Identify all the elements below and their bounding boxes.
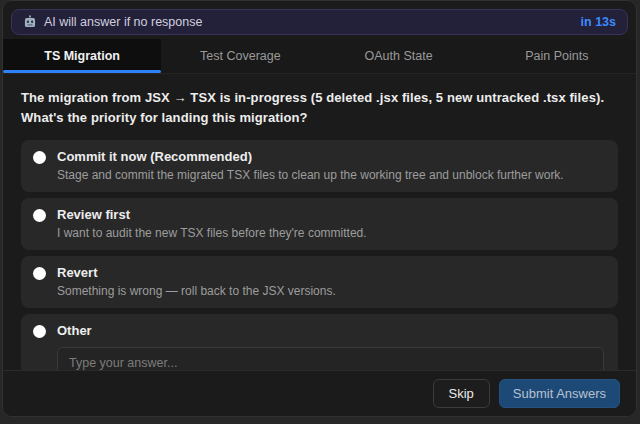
option-label: Revert [57, 265, 604, 280]
skip-button[interactable]: Skip [433, 379, 490, 408]
option-description: I want to audit the new TSX files before… [57, 226, 604, 240]
footer-bar: Skip Submit Answers [3, 370, 636, 416]
radio-button[interactable] [33, 209, 46, 222]
option-body: Commit it now (Recommended) Stage and co… [57, 149, 604, 182]
radio-button[interactable] [33, 267, 46, 280]
option-label: Other [57, 323, 604, 338]
radio-button[interactable] [33, 151, 46, 164]
option-body: Review first I want to audit the new TSX… [57, 207, 604, 240]
tab-label: Test Coverage [200, 49, 281, 63]
banner-message: AI will answer if no response [44, 15, 202, 29]
option-commit-now[interactable]: Commit it now (Recommended) Stage and co… [21, 140, 618, 192]
option-label: Review first [57, 207, 604, 222]
banner-message-group: AI will answer if no response [23, 15, 202, 29]
tab-label: Pain Points [525, 49, 588, 63]
option-description: Something is wrong — roll back to the JS… [57, 284, 604, 298]
robot-icon [23, 15, 37, 29]
tab-pain-points[interactable]: Pain Points [478, 39, 636, 73]
tab-bar: TS Migration Test Coverage OAuth State P… [3, 39, 636, 74]
submit-answers-button[interactable]: Submit Answers [499, 379, 620, 408]
option-review-first[interactable]: Review first I want to audit the new TSX… [21, 198, 618, 250]
question-dialog: AI will answer if no response in 13s TS … [2, 0, 637, 417]
tab-oauth-state[interactable]: OAuth State [320, 39, 478, 73]
countdown-timer: in 13s [581, 15, 616, 29]
option-revert[interactable]: Revert Something is wrong — roll back to… [21, 256, 618, 308]
tab-label: OAuth State [365, 49, 433, 63]
tab-ts-migration[interactable]: TS Migration [3, 39, 161, 73]
tab-label: TS Migration [44, 49, 120, 63]
radio-button[interactable] [33, 325, 46, 338]
option-description: Stage and commit the migrated TSX files … [57, 168, 604, 182]
tab-test-coverage[interactable]: Test Coverage [161, 39, 319, 73]
ai-timeout-banner: AI will answer if no response in 13s [11, 9, 628, 35]
question-text: The migration from JSX → TSX is in-progr… [21, 88, 618, 127]
option-body: Revert Something is wrong — roll back to… [57, 265, 604, 298]
option-label: Commit it now (Recommended) [57, 149, 604, 164]
